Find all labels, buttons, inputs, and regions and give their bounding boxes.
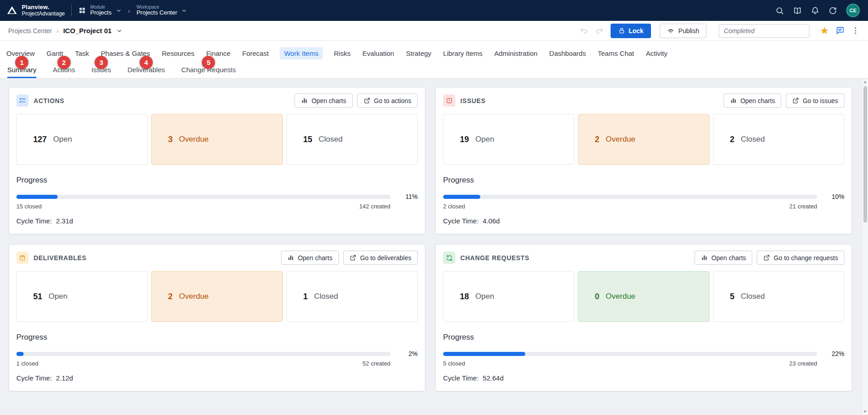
stat-label: Open [49,292,68,301]
tab-activity[interactable]: Activity [645,47,669,59]
chat-icon[interactable] [836,26,844,35]
deliverables-open-stat: 51 Open [16,271,148,322]
stat-value: 19 [460,135,469,144]
tabs-container: Overview Gantt Task Phases & Gates Resou… [0,41,868,79]
tab-evaluation[interactable]: Evaluation [361,47,395,59]
subtab-issues[interactable]: Issues 3 [91,66,111,78]
more-options-kebab-icon[interactable] [851,26,860,35]
module-labels: Module Projects [90,5,112,16]
subtab-summary[interactable]: Summary 1 [7,66,36,78]
progress-row: 2% [16,350,418,357]
bar-chart-icon [730,97,737,104]
breadcrumb-root[interactable]: Projects Center [8,27,52,35]
go-to-change-requests-label: Go to change requests [774,254,838,262]
lock-button[interactable]: Lock [611,24,651,38]
go-to-change-requests-button[interactable]: Go to change requests [757,251,844,265]
closed-count-label: 5 closed [443,360,465,367]
progress-fill [16,352,24,356]
subtab-deliverables[interactable]: Deliverables 4 [128,66,165,78]
tab-strategy[interactable]: Strategy [405,47,432,59]
stat-value: 0 [595,292,599,301]
notifications-bell-icon[interactable] [811,6,819,15]
project-dropdown-chevron-icon[interactable] [116,28,123,34]
actions-closed-stat: 15 Closed [286,114,418,165]
progress-title: Progress [443,333,844,342]
subtab-change-requests[interactable]: Change Requests 5 [181,66,236,78]
favorite-star-icon[interactable]: ★ [820,26,829,36]
tab-work-items[interactable]: Work Items [280,47,323,59]
progress-track [443,195,817,199]
progress-percent: 10% [824,193,844,200]
tab-teams-chat[interactable]: Teams Chat [597,47,635,59]
stat-value: 5 [730,292,735,301]
search-icon[interactable] [775,6,784,15]
progress-title: Progress [16,176,418,185]
subtab-actions[interactable]: Actions 2 [53,66,75,78]
progress-track [443,352,817,356]
undo-icon[interactable] [580,26,588,35]
stat-value: 51 [33,292,42,301]
cycle-time: Cycle Time: 52.64d [443,374,844,382]
scrollbar-thumb[interactable] [863,86,867,222]
go-to-deliverables-button[interactable]: Go to deliverables [343,251,418,265]
external-link-icon [364,97,370,104]
external-link-icon [763,254,770,261]
progress-row: 22% [443,350,844,357]
tab-forecast[interactable]: Forecast [242,47,270,59]
issues-closed-stat: 2 Closed [713,114,844,165]
card-actions: ACTIONS Open charts Go to actions [9,88,425,234]
refresh-icon[interactable] [829,6,837,15]
card-change-requests-progress: Progress 22% 5 closed 23 created Cycle T… [436,333,852,382]
progress-row: 11% [16,193,418,200]
publish-broadcast-icon [667,27,675,35]
created-count-label: 52 created [363,360,390,367]
card-issues-progress: Progress 10% 2 closed 21 created Cycle T… [436,176,852,225]
card-issues-title: ISSUES [460,97,486,104]
go-to-issues-label: Go to issues [803,97,838,104]
actions-checklist-icon [16,94,29,107]
bar-chart-icon [287,254,294,261]
progress-title: Progress [16,333,418,342]
tab-risks[interactable]: Risks [333,47,351,59]
issues-open-charts-button[interactable]: Open charts [724,94,781,108]
closed-count-label: 2 closed [443,203,465,210]
module-picker[interactable]: Module Projects [78,5,122,16]
progress-track [16,195,390,199]
actions-open-charts-button[interactable]: Open charts [295,94,352,108]
change-requests-open-charts-button[interactable]: Open charts [695,251,752,265]
tab-dashboards[interactable]: Dashboards [548,47,587,59]
stat-label: Open [475,135,494,144]
card-actions-stats: 127 Open 3 Overdue 15 Closed [9,112,425,165]
tab-administration[interactable]: Administration [493,47,538,59]
card-change-requests-header: CHANGE REQUESTS Open charts Go to change… [436,245,852,269]
project-toolbar: Projects Center › ICO_Project 01 Lock [0,21,868,41]
card-issues: ISSUES Open charts Go to issues [436,88,852,234]
redo-icon[interactable] [595,26,604,35]
tab-resources[interactable]: Resources [161,47,195,59]
go-to-issues-button[interactable]: Go to issues [786,94,844,108]
tab-task[interactable]: Task [74,47,90,59]
progress-track [16,352,390,356]
issues-open-stat: 19 Open [443,114,574,165]
scroll-down-arrow-icon[interactable]: ▼ [862,408,868,415]
status-input[interactable] [719,24,809,38]
publish-button[interactable]: Publish [660,24,706,38]
user-avatar[interactable]: CE [846,4,860,17]
workspace-picker[interactable]: Workspace Projects Center [137,5,187,16]
library-book-icon[interactable] [793,6,802,15]
deliverables-open-charts-button[interactable]: Open charts [281,251,339,265]
vertical-scrollbar[interactable]: ▲ ▼ [862,79,868,415]
card-deliverables-buttons: Open charts Go to deliverables [281,251,418,265]
stat-label: Overdue [606,135,635,144]
change-requests-closed-stat: 5 Closed [713,271,844,322]
chevron-down-icon [181,8,187,14]
brand-text: Planview. ProjectAdvantage [22,4,65,17]
progress-meta: 5 closed 23 created [443,360,817,367]
deliverables-overdue-stat: 2 Overdue [151,271,282,322]
tab-library-items[interactable]: Library Items [442,47,483,59]
scroll-up-arrow-icon[interactable]: ▲ [862,79,868,85]
progress-meta: 2 closed 21 created [443,203,817,210]
card-issues-header: ISSUES Open charts Go to issues [436,88,852,112]
progress-row: 10% [443,193,844,200]
go-to-actions-button[interactable]: Go to actions [357,94,418,108]
